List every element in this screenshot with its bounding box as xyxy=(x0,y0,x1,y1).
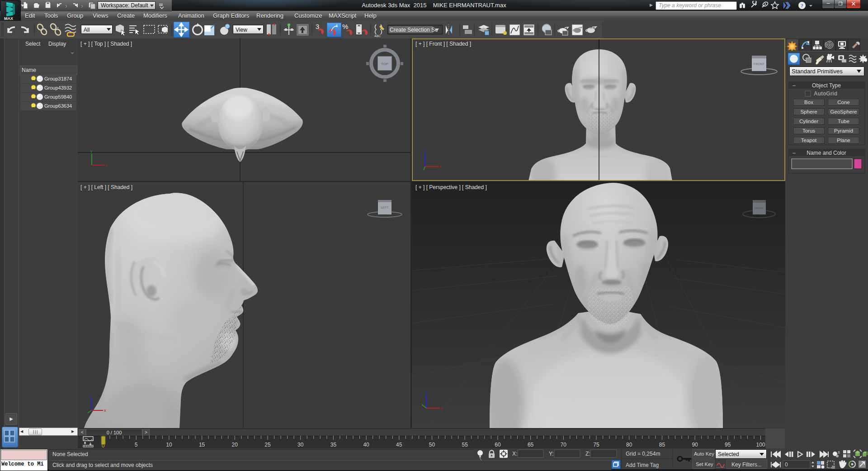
svg-text:90: 90 xyxy=(692,442,698,448)
svg-text:Group43932: Group43932 xyxy=(44,85,72,90)
svg-text:40: 40 xyxy=(363,442,369,448)
svg-text:Plane: Plane xyxy=(837,138,850,143)
svg-text:Z:: Z: xyxy=(585,451,590,457)
svg-text:z: z xyxy=(90,394,92,398)
svg-text:Box: Box xyxy=(804,100,813,105)
svg-text:AutoGrid: AutoGrid xyxy=(814,90,837,97)
svg-text:Cylinder: Cylinder xyxy=(799,119,818,124)
svg-text:3: 3 xyxy=(316,23,319,30)
svg-text:Standard Primitives: Standard Primitives xyxy=(792,68,843,75)
svg-text:FRONT: FRONT xyxy=(754,62,765,66)
svg-text:Auto Key: Auto Key xyxy=(694,451,714,457)
svg-text:FRONT: FRONT xyxy=(755,207,764,209)
svg-text:GeoSphere: GeoSphere xyxy=(830,109,857,114)
svg-text:x: x xyxy=(439,164,442,169)
svg-text:Selected: Selected xyxy=(718,451,739,457)
svg-text:Y:: Y: xyxy=(549,451,554,457)
svg-text:x: x xyxy=(104,408,106,413)
svg-text:80: 80 xyxy=(626,442,632,448)
svg-text:View: View xyxy=(236,27,247,33)
svg-text:Object Type: Object Type xyxy=(812,82,841,89)
svg-text:x: x xyxy=(105,163,108,167)
svg-text:60: 60 xyxy=(495,442,501,448)
svg-text:20: 20 xyxy=(232,442,238,448)
svg-text:85: 85 xyxy=(659,442,665,448)
svg-text:0: 0 xyxy=(102,442,105,448)
svg-text:30: 30 xyxy=(297,442,304,448)
svg-text:LEFT: LEFT xyxy=(381,206,389,209)
svg-text:%: % xyxy=(342,23,348,30)
svg-text:0: 0 xyxy=(785,461,788,468)
svg-text:50: 50 xyxy=(429,442,435,448)
svg-text:MAX: MAX xyxy=(4,16,13,20)
svg-text:70: 70 xyxy=(561,442,567,448)
svg-text:–: – xyxy=(793,82,796,89)
svg-text:Torus: Torus xyxy=(802,128,815,133)
svg-text:TOP: TOP xyxy=(381,62,388,66)
svg-text:Cone: Cone xyxy=(837,100,850,105)
svg-text:Set Key: Set Key xyxy=(696,461,713,467)
svg-text:Teapot: Teapot xyxy=(801,138,817,143)
svg-text:55: 55 xyxy=(462,442,468,448)
svg-text:x: x xyxy=(441,406,443,410)
svg-text:Group59840: Group59840 xyxy=(44,94,72,100)
svg-text:z: z xyxy=(425,390,427,394)
svg-text:65: 65 xyxy=(528,442,534,448)
svg-text:Add Time Tag: Add Time Tag xyxy=(626,462,659,468)
svg-text:ABC: ABC xyxy=(374,34,381,38)
svg-text:Create Selection Se: Create Selection Se xyxy=(390,27,438,33)
svg-text:z: z xyxy=(424,149,426,153)
svg-text:±: ± xyxy=(838,450,840,454)
svg-text:Tube: Tube xyxy=(838,119,849,124)
svg-text:45: 45 xyxy=(396,442,402,448)
svg-text:Pyramid: Pyramid xyxy=(834,128,853,133)
svg-text:95: 95 xyxy=(725,442,731,448)
svg-text:Group31874: Group31874 xyxy=(44,76,72,81)
svg-text:y: y xyxy=(90,149,93,153)
svg-text:10: 10 xyxy=(166,442,172,448)
svg-text:Grid = 0,254m: Grid = 0,254m xyxy=(626,451,660,457)
svg-text:100: 100 xyxy=(756,442,765,448)
svg-text:75: 75 xyxy=(593,442,599,448)
svg-text:15: 15 xyxy=(199,442,205,448)
svg-text:Workspace: Default: Workspace: Default xyxy=(101,2,148,9)
svg-text:?: ? xyxy=(801,3,803,8)
svg-text:35: 35 xyxy=(330,442,337,448)
svg-text:Group63634: Group63634 xyxy=(44,103,72,109)
svg-text:Sphere: Sphere xyxy=(800,109,817,114)
svg-text:Key Filters...: Key Filters... xyxy=(731,461,762,468)
svg-text:Name and Color: Name and Color xyxy=(807,150,846,156)
svg-text:5: 5 xyxy=(135,442,138,448)
svg-text:X:: X: xyxy=(512,451,517,457)
svg-text:25: 25 xyxy=(264,442,271,448)
svg-text:All: All xyxy=(84,27,90,33)
svg-text:–: – xyxy=(793,150,796,156)
